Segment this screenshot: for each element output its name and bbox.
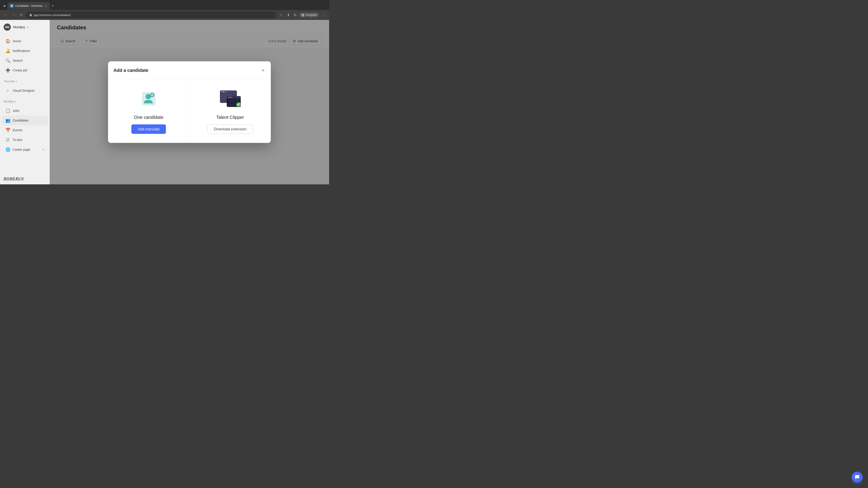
svg-point-23 [228,97,229,98]
jobs-nav: ○ Visual Designer [0,84,50,97]
new-tab-button[interactable]: + [50,3,56,9]
svg-rect-14 [220,90,237,93]
workspace-chevron: ▾ [27,26,29,29]
sidebar-item-todos[interactable]: ☑ To-dos [2,135,48,144]
workspace-name: Moodjoy [13,25,25,29]
candidates-icon: 👥 [5,118,10,123]
one-candidate-icon [135,88,162,110]
menu-button[interactable]: ⋮ [320,12,327,18]
back-button[interactable]: ← [2,12,8,18]
reload-button[interactable]: ↻ [19,12,24,18]
modal-body: One candidate Add manually [108,78,271,143]
sidebar-item-visual-designer[interactable]: ○ Visual Designer [2,86,48,95]
jobs-icon: 📋 [5,108,10,113]
sidebar-bottom: HOMERUN [0,173,50,184]
svg-point-16 [223,91,224,92]
add-candidate-modal: Add a candidate × [108,61,271,143]
incognito-badge[interactable]: Incognito [299,12,319,18]
homerun-logo: HOMERUN [4,177,46,181]
moodjoy-nav: 📋 Jobs 👥 Candidates 📅 Events ☑ To-dos 🌐 … [0,104,50,156]
sidebar-item-events[interactable]: 📅 Events [2,125,48,135]
avatar: MM [4,24,11,31]
career-page-icon: 🌐 [5,147,10,152]
workspace-header[interactable]: MM Moodjoy ▾ [0,20,50,34]
sidebar-nav: 🏠 Home 🔔 Notifications 🔍 Search ➕ Create… [0,34,50,77]
sidebar-item-home[interactable]: 🏠 Home [2,36,48,46]
sidebar-item-career-page-label: Career page [13,148,30,151]
bell-icon: 🔔 [5,48,10,53]
browser-chrome: ◀ H Candidates - Homerun × + ← → ↻ app.h… [0,0,329,20]
your-jobs-label: Your jobs [4,80,15,83]
tab-favicon: H [10,4,13,7]
modal-header: Add a candidate × [108,61,271,78]
sidebar-item-events-label: Events [13,128,22,132]
your-jobs-chevron: ▾ [16,80,17,83]
moodjoy-chevron: ▾ [15,100,16,103]
tab-group-button[interactable]: ◀ [2,3,6,8]
sidebar-item-notifications-label: Notifications [13,49,30,53]
career-page-chevron: ▾ [43,148,44,151]
svg-point-28 [236,102,241,107]
bookmark-button[interactable]: ☆ [278,12,284,18]
svg-rect-26 [228,100,237,101]
svg-rect-27 [228,101,235,102]
tab-title: Candidates - Homerun [15,4,42,7]
todos-icon: ☑ [5,137,10,142]
sidebar-item-candidates-label: Candidates [13,119,29,122]
incognito-icon [301,13,305,17]
one-candidate-title: One candidate [134,115,163,120]
url-bar[interactable]: app.homerun.co/candidates/ [26,11,276,18]
forward-button[interactable]: → [10,12,17,18]
moodjoy-section[interactable]: Moodjoy ▾ [0,97,50,104]
modal-title: Add a candidate [114,68,148,73]
svg-point-15 [221,91,222,92]
talent-clipper-icon [217,88,244,110]
sidebar-item-create-job[interactable]: ➕ Create job [2,66,48,75]
job-icon: ○ [5,88,10,93]
sidebar-item-notifications[interactable]: 🔔 Notifications [2,46,48,56]
moodjoy-label: Moodjoy [4,100,14,103]
tab-bar: ◀ H Candidates - Homerun × + [0,0,329,10]
add-manually-button[interactable]: Add manually [131,125,166,134]
svg-rect-18 [221,94,232,95]
url-text: app.homerun.co/candidates/ [34,13,71,17]
modal-close-button[interactable]: × [261,67,266,74]
sidebar-item-home-label: Home [13,39,21,43]
sidebar-item-candidates[interactable]: 👥 Candidates [2,116,48,125]
svg-point-24 [230,97,230,98]
home-icon: 🏠 [5,39,10,43]
lock-icon [29,13,32,17]
talent-clipper-illustration [217,88,244,109]
person-add-illustration [137,89,160,109]
one-candidate-option[interactable]: One candidate Add manually [108,78,190,143]
your-jobs-section[interactable]: Your jobs ▾ [0,77,50,84]
app-layout: MM Moodjoy ▾ 🏠 Home 🔔 Notifications 🔍 Se… [0,20,329,184]
incognito-label: Incognito [306,13,317,17]
active-tab[interactable]: H Candidates - Homerun × [7,2,50,10]
sidebar-item-career-page[interactable]: 🌐 Career page ▾ [2,145,48,154]
download-button[interactable]: ⬇ [285,12,291,18]
sidebar-item-todos-label: To-dos [13,138,22,142]
sidebar-item-create-job-label: Create job [13,68,27,72]
browser-toolbar: ← → ↻ app.homerun.co/candidates/ ☆ ⬇ ⧉ I… [0,10,329,20]
sidebar-item-jobs[interactable]: 📋 Jobs [2,106,48,116]
svg-point-25 [231,97,232,98]
svg-point-17 [225,91,226,92]
talent-clipper-option[interactable]: Talent Clipper Download extension [190,78,271,143]
split-view-button[interactable]: ⧉ [292,12,298,18]
tab-close-button[interactable]: × [44,4,47,8]
events-icon: 📅 [5,128,10,133]
sidebar: MM Moodjoy ▾ 🏠 Home 🔔 Notifications 🔍 Se… [0,20,50,184]
download-extension-button[interactable]: Download extension [207,125,253,134]
sidebar-item-visual-designer-label: Visual Designer [13,89,35,92]
sidebar-item-search-label: Search [13,59,23,62]
main-content: Candidates Search Filter 3 of 3 results … [50,20,329,184]
plus-icon: ➕ [5,68,10,73]
sidebar-item-jobs-label: Jobs [13,109,20,112]
sidebar-item-search[interactable]: 🔍 Search [2,56,48,65]
toolbar-icons: ☆ ⬇ ⧉ Incognito ⋮ [278,12,327,18]
talent-clipper-title: Talent Clipper [216,115,244,120]
search-icon: 🔍 [5,58,10,63]
